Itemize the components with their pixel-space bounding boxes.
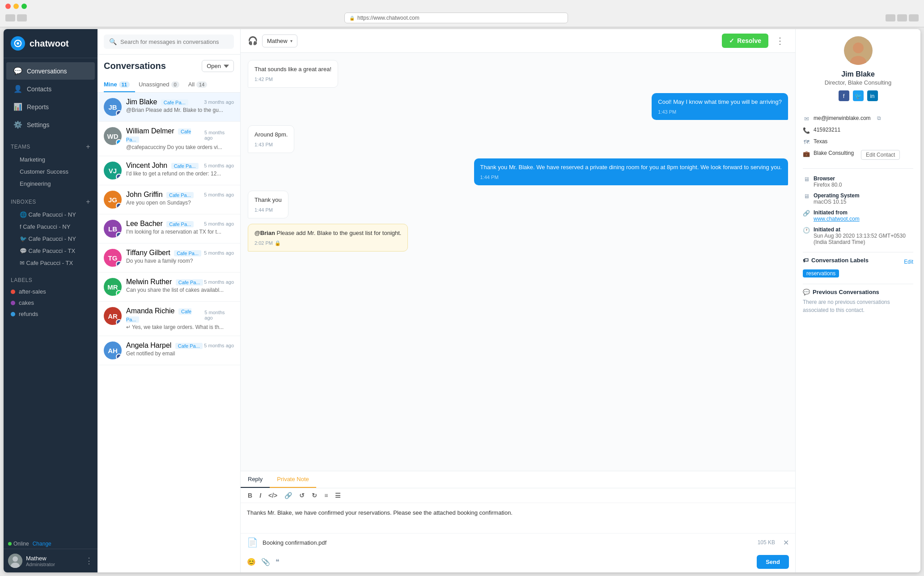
- initiated-from-url[interactable]: www.chatwoot.com: [814, 216, 860, 222]
- sidebar-item-marketing[interactable]: Marketing: [4, 154, 97, 166]
- copy-email-button[interactable]: ⧉: [877, 115, 881, 121]
- browser-action-2[interactable]: [897, 14, 907, 21]
- company-icon: 💼: [803, 150, 810, 157]
- teams-header: Teams +: [4, 140, 97, 154]
- sidebar-item-inbox-1[interactable]: f Cafe Pacucci - NY: [4, 221, 97, 233]
- toolbar-list-button[interactable]: ≡: [322, 491, 330, 500]
- conv-item-vincent-john[interactable]: VJ Vincent John Cafe Pa... 5 months ago …: [97, 156, 240, 185]
- sidebar-item-inbox-3[interactable]: 💬 Cafe Pacucci - TX: [4, 245, 97, 257]
- msg-bubble-4: Thank you Mr. Blake. We have reserved a …: [474, 158, 788, 185]
- user-profile-section: Mathew Administrator ⋮: [4, 549, 97, 572]
- online-dot: [8, 542, 12, 546]
- assignee-selector[interactable]: Mathew ▾: [262, 34, 297, 47]
- fullscreen-button[interactable]: [21, 4, 27, 9]
- sidebar-item-engineering[interactable]: Engineering: [4, 178, 97, 190]
- location-icon: 🗺: [803, 139, 810, 145]
- toolbar-bold-button[interactable]: B: [246, 491, 254, 500]
- browser-action-3[interactable]: [909, 14, 919, 21]
- resolve-button[interactable]: ✓ Resolve: [722, 34, 768, 48]
- conv-time-jim-blake: 3 months ago: [204, 99, 234, 105]
- conv-item-angela-harpel[interactable]: AH Angela Harpel Cafe Pa... 5 months ago…: [97, 336, 240, 365]
- reply-tab-reply[interactable]: Reply: [241, 471, 270, 488]
- conv-name-row-lee-bacher: Lee Bacher Cafe Pa... 5 months ago: [126, 220, 234, 228]
- conv-item-lee-bacher[interactable]: LB Lee Bacher Cafe Pa... 5 months ago I'…: [97, 214, 240, 243]
- conv-item-melwin-ruther[interactable]: MR Melwin Ruther Cafe Pa... 5 months ago…: [97, 273, 240, 302]
- tab-all-label: All: [188, 81, 195, 88]
- conv-name-row-jim-blake: Jim Blake Cafe Pa... 3 months ago: [126, 98, 234, 106]
- conv-labels-header: 🏷 Conversation Labels Edit: [803, 257, 913, 266]
- conv-labels-title: 🏷 Conversation Labels: [803, 257, 869, 264]
- edit-labels-link[interactable]: Edit: [904, 259, 913, 265]
- conv-avatar-melwin-ruther: MR: [104, 278, 122, 296]
- add-team-button[interactable]: +: [86, 143, 90, 151]
- search-section: 🔍: [97, 29, 240, 55]
- label-item-refunds[interactable]: refunds: [4, 308, 97, 320]
- sidebar-item-inbox-4[interactable]: ✉ Cafe Pacucci - TX: [4, 257, 97, 269]
- back-button[interactable]: [5, 14, 15, 21]
- linkedin-icon[interactable]: in: [867, 90, 878, 101]
- filter-dropdown[interactable]: Open: [202, 60, 234, 72]
- add-inbox-button[interactable]: +: [86, 198, 90, 206]
- msg-time-5: 1:44 PM: [254, 206, 282, 214]
- tab-mine[interactable]: Mine 11: [104, 77, 135, 92]
- user-menu-button[interactable]: ⋮: [85, 556, 93, 566]
- reply-input[interactable]: Thanks Mr. Blake, we have confirmed your…: [241, 503, 795, 531]
- toolbar-ordered-list-button[interactable]: ☰: [333, 491, 343, 500]
- user-name: Mathew: [26, 555, 55, 562]
- emoji-button[interactable]: 😊: [247, 558, 256, 566]
- label-tag-reservations: reservations: [803, 269, 839, 277]
- sidebar-item-settings[interactable]: ⚙️ Settings: [6, 116, 95, 133]
- tab-all[interactable]: All 14: [188, 77, 213, 92]
- conv-item-john-griffin[interactable]: JG John Griffin Cafe Pa... 5 months ago …: [97, 185, 240, 214]
- change-status-link[interactable]: Change: [33, 541, 51, 547]
- toolbar-link-button[interactable]: 🔗: [283, 491, 294, 500]
- sidebar-item-conversations[interactable]: 💬 Conversations: [6, 62, 95, 80]
- search-box[interactable]: 🔍: [104, 34, 234, 49]
- label-item-after-sales[interactable]: after-sales: [4, 286, 97, 297]
- reply-footer-icons: 😊 📎 ❝: [247, 558, 280, 566]
- remove-attachment-button[interactable]: ✕: [783, 538, 789, 547]
- toolbar-redo-button[interactable]: ↻: [310, 491, 319, 500]
- browser-action-1[interactable]: [886, 14, 895, 21]
- toolbar-italic-button[interactable]: I: [258, 491, 263, 500]
- conv-item-amanda-richie[interactable]: AR Amanda Richie Cafe Pa... 5 months ago…: [97, 302, 240, 336]
- toolbar-code-button[interactable]: </>: [267, 491, 279, 500]
- sidebar-item-inbox-0[interactable]: 🌐 Cafe Pacucci - NY: [4, 209, 97, 221]
- email-value: me@jimerwinblake.com: [814, 115, 871, 121]
- twitter-icon[interactable]: 🐦: [853, 90, 864, 101]
- close-button[interactable]: [5, 4, 11, 9]
- search-input[interactable]: [120, 38, 229, 45]
- initiated-from: 🔗 Initiated from www.chatwoot.com: [803, 207, 913, 224]
- attach-button[interactable]: 📎: [261, 558, 270, 566]
- sidebar-item-contacts[interactable]: 👤 Contacts: [6, 80, 95, 98]
- prev-conv-title-text: Previous Conversations: [813, 289, 879, 295]
- tab-unassigned[interactable]: Unassigned 0: [139, 77, 185, 92]
- more-options-button[interactable]: ⋮: [772, 34, 788, 48]
- msg-bubble-6: @Brian Please add Mr. Blake to the guest…: [248, 224, 408, 252]
- facebook-icon[interactable]: f: [839, 90, 849, 101]
- os-info: 🖥 Operating System macOS 10.15: [803, 190, 913, 207]
- address-bar[interactable]: 🔒 https://www.chatwoot.com: [344, 13, 568, 23]
- edit-contact-button[interactable]: Edit Contact: [861, 150, 900, 160]
- conv-item-tiffany-gilbert[interactable]: TG Tiffany Gilbert Cafe Pa... 5 months a…: [97, 243, 240, 273]
- msg-text-1: That sounds like a great area!: [254, 65, 331, 74]
- conv-item-william-delmer[interactable]: WD William Delmer Cafe Pa... 5 months ag…: [97, 122, 240, 156]
- sidebar-item-inbox-2[interactable]: 🐦 Cafe Pacucci - NY: [4, 233, 97, 245]
- label-item-cakes[interactable]: cakes: [4, 297, 97, 308]
- reply-tab-note[interactable]: Private Note: [270, 471, 316, 488]
- msg-text-2: Cool! May I know what time you will be a…: [658, 98, 782, 107]
- toolbar-undo-button[interactable]: ↺: [297, 491, 306, 500]
- send-button[interactable]: Send: [757, 555, 789, 569]
- minimize-button[interactable]: [13, 4, 19, 9]
- quote-button[interactable]: ❝: [276, 558, 280, 566]
- forward-button[interactable]: [17, 14, 27, 21]
- divider-2: [803, 252, 913, 252]
- browser-info-content: Browser Firefox 80.0: [814, 175, 842, 188]
- chat-header-right: ✓ Resolve ⋮: [722, 34, 788, 48]
- sidebar-item-customer-success[interactable]: Customer Success: [4, 166, 97, 178]
- online-label: Online: [13, 541, 29, 547]
- sidebar-item-reports[interactable]: 📊 Reports: [6, 98, 95, 115]
- conv-name-amanda-richie: Amanda Richie Cafe Pa...: [126, 307, 204, 323]
- conv-item-jim-blake[interactable]: JB Jim Blake Cafe Pa... 3 months ago @Br…: [97, 93, 240, 122]
- search-icon: 🔍: [109, 38, 117, 45]
